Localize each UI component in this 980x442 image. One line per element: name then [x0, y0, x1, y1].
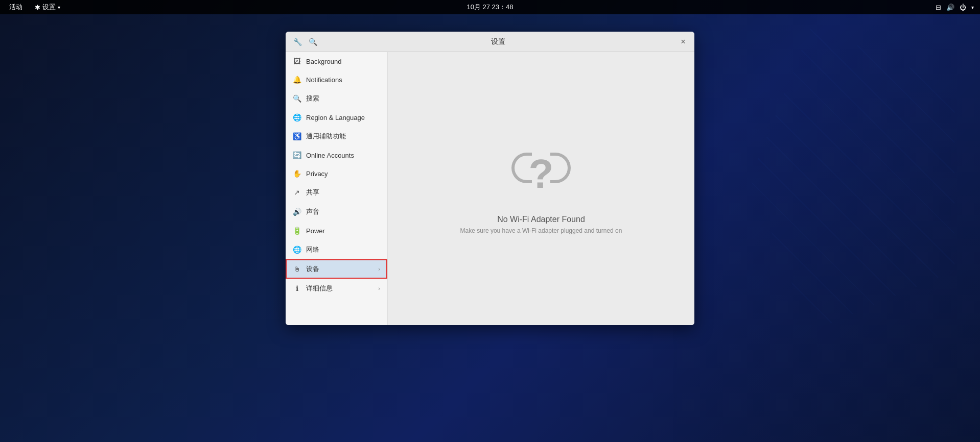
network-sidebar-icon: 🌐: [293, 245, 301, 254]
sidebar-label-notifications: Notifications: [306, 76, 380, 84]
search-sidebar-icon: 🔍: [293, 94, 301, 103]
no-wifi-title: No Wi-Fi Adapter Found: [497, 215, 585, 224]
topbar-left: 活动 ✱ 设置 ▾: [6, 2, 63, 13]
system-menu-arrow[interactable]: ▾: [971, 5, 974, 10]
sidebar-item-sharing[interactable]: ↗ 共享: [286, 183, 387, 202]
titlebar-search-button[interactable]: 🔍: [305, 34, 320, 50]
sidebar-item-network[interactable]: 🌐 网络: [286, 240, 387, 259]
topbar: 活动 ✱ 设置 ▾ 10月 27 23：48 ⊟ 🔊 ⏻ ▾: [0, 0, 980, 14]
datetime-label: 10月 27 23：48: [466, 3, 513, 11]
sidebar-item-online-accounts[interactable]: 🔄 Online Accounts: [286, 146, 387, 164]
gear-icon: ✱: [35, 4, 40, 11]
sidebar-item-notifications[interactable]: 🔔 Notifications: [286, 70, 387, 89]
sidebar-item-region-language[interactable]: 🌐 Region & Language: [286, 108, 387, 127]
online-accounts-icon: 🔄: [293, 151, 301, 159]
settings-menu-label: 设置: [42, 3, 56, 12]
no-wifi-subtitle: Make sure you have a Wi-Fi adapter plugg…: [460, 227, 622, 234]
sidebar-item-accessibility[interactable]: ♿ 通用辅助功能: [286, 127, 387, 146]
details-icon: ℹ: [293, 284, 301, 292]
chevron-down-icon: ▾: [58, 5, 60, 10]
activities-label: 活动: [9, 3, 22, 12]
titlebar-wrench-button[interactable]: 🔧: [290, 34, 305, 50]
topbar-datetime: 10月 27 23：48: [466, 3, 513, 12]
sidebar-item-search[interactable]: 🔍 搜索: [286, 89, 387, 108]
sidebar-label-power: Power: [306, 227, 380, 235]
sound-icon: 🔊: [293, 208, 301, 216]
devices-icon: 🖱: [293, 265, 301, 273]
sharing-icon: ↗: [293, 188, 301, 197]
activities-button[interactable]: 活动: [6, 2, 26, 13]
wifi-arc-left: [511, 153, 532, 183]
sidebar-label-region: Region & Language: [306, 114, 380, 121]
sidebar-label-details: 详细信息: [306, 284, 373, 293]
sidebar-label-privacy: Privacy: [306, 170, 380, 178]
close-icon: ×: [681, 37, 685, 46]
sidebar-label-network: 网络: [306, 245, 380, 254]
sidebar-label-sound: 声音: [306, 207, 380, 216]
sidebar-label-search: 搜索: [306, 94, 380, 103]
wifi-arc-right: [550, 153, 571, 183]
network-icon[interactable]: ⊟: [936, 4, 941, 11]
privacy-icon: ✋: [293, 169, 301, 178]
close-button[interactable]: ×: [676, 35, 690, 49]
sidebar: 🖼 Background 🔔 Notifications 🔍 搜索 🌐 Regi…: [286, 52, 388, 325]
power-icon[interactable]: ⏻: [960, 4, 966, 11]
sidebar-label-background: Background: [306, 58, 380, 65]
notifications-icon: 🔔: [293, 76, 301, 84]
wifi-icon-area: ?: [510, 143, 572, 205]
topbar-right: ⊟ 🔊 ⏻ ▾: [936, 4, 974, 11]
content-panel: ? No Wi-Fi Adapter Found Make sure you h…: [388, 52, 694, 325]
sidebar-item-sound[interactable]: 🔊 声音: [286, 202, 387, 222]
settings-menu-button[interactable]: ✱ 设置 ▾: [32, 2, 63, 13]
volume-icon[interactable]: 🔊: [946, 4, 954, 11]
sidebar-item-power[interactable]: 🔋 Power: [286, 222, 387, 240]
devices-arrow-icon: ›: [378, 266, 380, 272]
window-title: 设置: [320, 37, 676, 46]
settings-window: 🔧 🔍 设置 × 🖼 Background 🔔 Notifications �: [286, 32, 694, 325]
sidebar-label-online-accounts: Online Accounts: [306, 152, 380, 159]
background-icon: 🖼: [293, 57, 301, 65]
details-arrow-icon: ›: [378, 285, 380, 291]
sidebar-item-privacy[interactable]: ✋ Privacy: [286, 164, 387, 183]
titlebar: 🔧 🔍 设置 ×: [286, 32, 694, 52]
sidebar-item-devices[interactable]: 🖱 设备 ›: [286, 259, 387, 279]
sidebar-label-sharing: 共享: [306, 188, 380, 197]
sidebar-item-background[interactable]: 🖼 Background: [286, 52, 387, 70]
sidebar-label-devices: 设备: [306, 264, 373, 274]
accessibility-icon: ♿: [293, 132, 301, 140]
sidebar-label-accessibility: 通用辅助功能: [306, 132, 380, 141]
wrench-icon: 🔧: [293, 38, 302, 46]
sidebar-item-details[interactable]: ℹ 详细信息 ›: [286, 279, 387, 298]
no-wifi-adapter-icon: ?: [510, 143, 572, 205]
region-icon: 🌐: [293, 113, 301, 121]
search-icon: 🔍: [309, 38, 317, 46]
power-sidebar-icon: 🔋: [293, 227, 301, 235]
main-content: 🖼 Background 🔔 Notifications 🔍 搜索 🌐 Regi…: [286, 52, 694, 325]
